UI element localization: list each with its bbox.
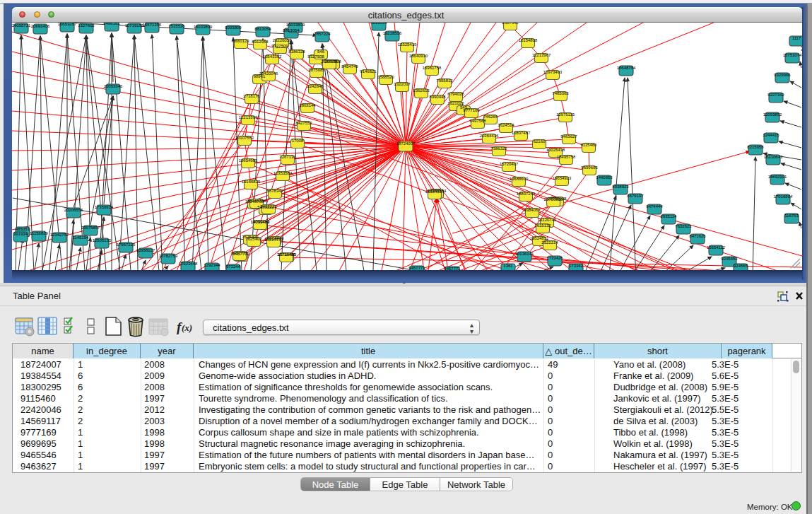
svg-text:7625402: 7625402 xyxy=(245,237,262,241)
svg-text:5493222: 5493222 xyxy=(260,204,277,209)
svg-text:9474444: 9474444 xyxy=(646,204,663,209)
svg-text:13325419: 13325419 xyxy=(398,42,417,47)
svg-text:20364436: 20364436 xyxy=(480,134,499,138)
svg-text:19654985: 19654985 xyxy=(239,158,258,163)
svg-text:2803144: 2803144 xyxy=(299,103,316,107)
svg-text:8215958: 8215958 xyxy=(747,145,764,149)
svg-text:16571355: 16571355 xyxy=(143,23,162,27)
svg-text:19654923: 19654923 xyxy=(553,176,572,180)
svg-text:1588520: 1588520 xyxy=(377,75,394,79)
svg-text:9463627: 9463627 xyxy=(560,134,577,139)
svg-text:14136141: 14136141 xyxy=(515,252,534,256)
svg-text:9327508: 9327508 xyxy=(307,54,324,59)
svg-text:12213967: 12213967 xyxy=(532,53,551,57)
svg-text:546: 546 xyxy=(317,49,325,54)
svg-text:1322037: 1322037 xyxy=(394,82,411,86)
svg-text:18640910: 18640910 xyxy=(409,54,428,58)
svg-text:18495758: 18495758 xyxy=(557,155,576,159)
svg-text:6679197: 6679197 xyxy=(627,194,644,198)
svg-text:10025438: 10025438 xyxy=(546,148,565,152)
svg-text:924565: 924565 xyxy=(734,264,748,268)
svg-text:8427552: 8427552 xyxy=(295,121,312,125)
svg-text:9384067: 9384067 xyxy=(524,208,541,212)
svg-text:3660123: 3660123 xyxy=(233,39,249,43)
svg-text:13120746: 13120746 xyxy=(538,218,557,222)
svg-text:9777169: 9777169 xyxy=(463,108,480,112)
svg-text:24055721: 24055721 xyxy=(12,23,31,28)
svg-text:173342: 173342 xyxy=(569,264,584,268)
svg-text:2242848: 2242848 xyxy=(307,84,324,88)
svg-text:8813054: 8813054 xyxy=(370,23,387,25)
svg-text:10958127: 10958127 xyxy=(136,248,155,252)
svg-text:8938923: 8938923 xyxy=(612,185,629,189)
svg-text:1145194: 1145194 xyxy=(73,235,90,240)
svg-text:19384554: 19384554 xyxy=(425,189,445,194)
svg-text:8454749: 8454749 xyxy=(341,64,358,69)
svg-text:12342757: 12342757 xyxy=(50,233,69,237)
svg-text:3624514: 3624514 xyxy=(498,123,514,127)
svg-text:5003809: 5003809 xyxy=(225,25,242,30)
svg-text:1362615: 1362615 xyxy=(413,88,430,93)
svg-text:20206556: 20206556 xyxy=(64,208,83,212)
svg-text:1327602: 1327602 xyxy=(78,23,95,28)
svg-text:2522214: 2522214 xyxy=(541,240,558,245)
svg-text:7386322: 7386322 xyxy=(490,146,507,151)
svg-text:9457771: 9457771 xyxy=(231,251,248,255)
svg-text:10046786: 10046786 xyxy=(247,199,266,203)
svg-text:16961758: 16961758 xyxy=(423,66,442,70)
svg-text:17359924: 17359924 xyxy=(95,205,114,209)
svg-text:6466161: 6466161 xyxy=(103,23,120,25)
svg-text:2935114: 2935114 xyxy=(661,214,678,218)
svg-text:8990448: 8990448 xyxy=(429,95,446,99)
svg-text:9699695: 9699695 xyxy=(581,165,598,170)
svg-text:29756928: 29756928 xyxy=(544,197,563,201)
svg-text:12505135: 12505135 xyxy=(93,238,112,243)
svg-text:19218506: 19218506 xyxy=(383,31,402,35)
svg-text:18724007: 18724007 xyxy=(396,141,416,146)
svg-text:10654112: 10654112 xyxy=(707,245,726,250)
svg-text:9245652: 9245652 xyxy=(721,257,738,261)
svg-text:(x): (x) xyxy=(182,322,192,333)
svg-text:1117: 1117 xyxy=(792,36,801,40)
svg-text:7515526: 7515526 xyxy=(168,24,185,28)
svg-text:8912954: 8912954 xyxy=(252,40,269,44)
svg-text:1733426: 1733426 xyxy=(546,256,563,260)
svg-text:11156829: 11156829 xyxy=(30,231,48,235)
svg-text:6794028: 6794028 xyxy=(447,92,464,96)
svg-text:12213393: 12213393 xyxy=(239,115,258,119)
svg-text:20053346: 20053346 xyxy=(104,84,123,88)
svg-text:8471626: 8471626 xyxy=(689,234,706,238)
svg-text:391934: 391934 xyxy=(13,232,28,236)
svg-text:1244415: 1244415 xyxy=(763,133,779,137)
svg-text:2718176: 2718176 xyxy=(243,94,260,98)
svg-text:10688609: 10688609 xyxy=(510,177,529,181)
svg-text:10807487: 10807487 xyxy=(512,131,531,135)
svg-text:19166825: 19166825 xyxy=(242,180,261,184)
svg-text:15720407: 15720407 xyxy=(500,162,519,166)
svg-text:23420046: 23420046 xyxy=(259,71,278,76)
svg-text:10107552: 10107552 xyxy=(235,136,254,140)
svg-text:9457771: 9457771 xyxy=(444,267,461,270)
svg-text:16210643: 16210643 xyxy=(764,155,783,159)
svg-text:8186328: 8186328 xyxy=(288,49,305,54)
svg-text:10653267: 10653267 xyxy=(58,23,77,26)
svg-text:10719155: 10719155 xyxy=(125,23,144,28)
svg-text:7857224: 7857224 xyxy=(314,32,331,36)
svg-text:23226058: 23226058 xyxy=(273,38,292,42)
svg-text:18807249: 18807249 xyxy=(517,192,536,196)
svg-text:7485063: 7485063 xyxy=(552,91,569,95)
svg-text:16914479: 16914479 xyxy=(264,238,283,242)
svg-text:485051: 485051 xyxy=(16,227,30,231)
svg-text:972244: 972244 xyxy=(226,264,241,269)
svg-text:16033809: 16033809 xyxy=(286,23,305,27)
svg-text:9146821: 9146821 xyxy=(360,69,377,74)
svg-text:9327509: 9327509 xyxy=(271,44,288,48)
svg-text:5878342: 5878342 xyxy=(266,189,283,193)
svg-text:17957225: 17957225 xyxy=(117,243,136,247)
svg-text:20691406: 20691406 xyxy=(31,24,50,28)
svg-text:9227342: 9227342 xyxy=(767,93,784,97)
svg-text:16782759: 16782759 xyxy=(159,254,178,258)
svg-text:3267130: 3267130 xyxy=(279,155,296,159)
svg-text:16154808: 16154808 xyxy=(519,38,538,42)
svg-text:9329966: 9329966 xyxy=(774,73,791,77)
